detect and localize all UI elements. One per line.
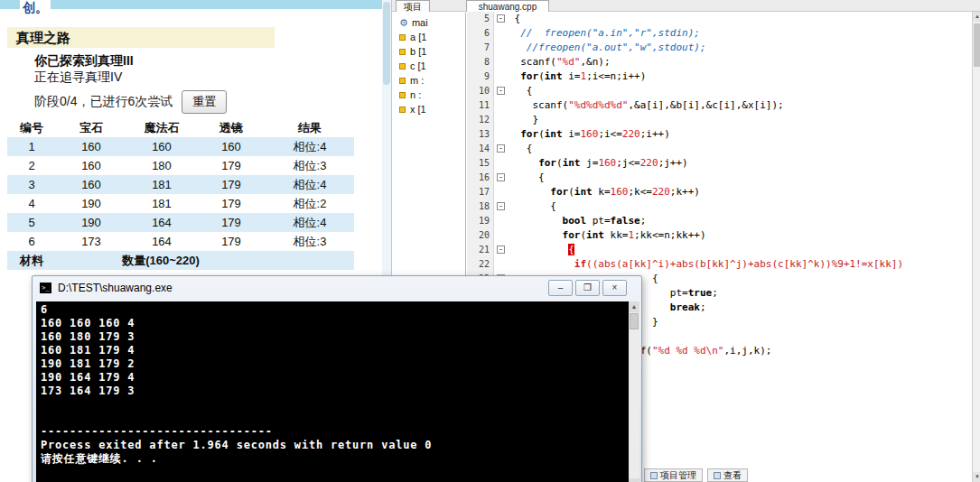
code-line: 5- {: [467, 12, 972, 26]
fold-marker-icon[interactable]: -: [497, 144, 505, 153]
code-line: 16- {: [467, 171, 972, 185]
scroll-down-icon[interactable]: ▼: [973, 472, 980, 482]
code-text: for(int j=160;j<=220;j++): [509, 156, 688, 171]
table-cell: 相位:3: [266, 232, 354, 251]
gear-icon: ⚙: [399, 18, 408, 28]
line-number: 6: [467, 26, 494, 41]
watch-item[interactable]: a [1: [392, 30, 465, 44]
panel-icon: [714, 472, 721, 479]
table-cell: 3: [7, 175, 56, 194]
code-text: for(int kk=1;kk<=n;kk++): [509, 228, 706, 243]
minimize-button[interactable]: –: [548, 280, 573, 296]
code-text: for(int k=160;k<=220;k++): [509, 185, 700, 199]
table-cell: 164: [126, 232, 197, 251]
table-cell: 160: [197, 137, 266, 156]
table-cell: 2: [7, 156, 56, 175]
code-text: {: [509, 142, 533, 156]
watch-item[interactable]: ⚙mai: [392, 15, 465, 30]
table-cell: 160: [56, 156, 126, 175]
bottom-tab-label: 查看: [723, 469, 742, 482]
table-cell: 5: [7, 213, 56, 232]
table-row: 2160180179相位:3: [7, 156, 354, 175]
fold-marker-icon[interactable]: -: [497, 87, 505, 95]
console-title: D:\TEST\shuawang.exe: [58, 282, 173, 294]
fold-marker-icon[interactable]: -: [497, 202, 505, 210]
code-text: bool pt=false;: [509, 214, 646, 228]
line-number: 7: [467, 41, 494, 55]
watch-item[interactable]: x [1: [392, 102, 465, 116]
scroll-up-icon[interactable]: ▲: [973, 12, 980, 22]
line-number: 13: [467, 127, 494, 142]
table-row: 1160160160相位:4: [7, 137, 354, 156]
editor-scrollbar-thumb[interactable]: [974, 23, 980, 67]
watch-item-label: b [1: [410, 46, 426, 57]
watch-item[interactable]: b [1: [392, 44, 465, 59]
code-text: // freopen("a.in","r",stdin);: [509, 26, 700, 41]
fold-marker-icon[interactable]: -: [497, 246, 505, 254]
result-table: 编号宝石魔法石透镜结果 1160160160相位:42160180179相位:3…: [7, 118, 354, 270]
code-text: {: [509, 243, 574, 257]
table-cell: 173: [56, 232, 126, 251]
stage-progress-text: 阶段0/4，已进行6次尝试: [34, 94, 173, 110]
restore-button[interactable]: ❐: [575, 280, 600, 296]
line-number: 8: [467, 55, 494, 70]
watch-item[interactable]: c [1: [392, 59, 465, 73]
code-line: 21- {: [467, 243, 972, 257]
watch-item[interactable]: m :: [392, 73, 465, 88]
table-cell: 160: [126, 137, 197, 156]
scroll-up-icon[interactable]: ▲: [629, 301, 639, 312]
table-cell: 179: [197, 194, 266, 213]
page-top-text: 创。: [20, 0, 51, 14]
truth-pursuing-text: 正在追寻真理IV: [34, 70, 122, 86]
table-cell: 181: [126, 175, 197, 194]
table-cell: 相位:4: [266, 175, 354, 194]
fold-marker-icon[interactable]: -: [497, 173, 505, 181]
watch-item-label: x [1: [410, 104, 426, 115]
reset-button[interactable]: 重置: [182, 90, 227, 114]
browser-scrollbar-thumb[interactable]: [383, 2, 390, 85]
screen: 创。 真理之路 你已探索到真理III 正在追寻真理IV 阶段0/4，已进行6次尝…: [0, 0, 980, 482]
page-title: 真理之路: [7, 27, 275, 48]
variable-icon: [399, 34, 406, 41]
watch-item-label: m :: [410, 75, 424, 86]
page-header-bar: [0, 0, 382, 9]
code-line: 15 for(int j=160;j<=220;j++): [467, 156, 972, 171]
console-scrollbar-thumb[interactable]: [630, 313, 639, 329]
console-window[interactable]: >_ D:\TEST\shuawang.exe – ❐ × 6 160 160 …: [32, 275, 642, 482]
code-text: {: [509, 12, 520, 26]
table-cell: [266, 251, 354, 270]
line-number: 19: [467, 214, 494, 228]
editor-scrollbar[interactable]: ▲ ▼: [972, 12, 980, 482]
console-scrollbar[interactable]: ▲ ▼: [629, 301, 639, 482]
table-cell: 181: [126, 194, 197, 213]
table-footer-row: 材料数量(160~220): [7, 251, 354, 270]
code-line: 12 }: [467, 113, 972, 127]
table-header-cell: 透镜: [197, 118, 266, 137]
variable-icon: [399, 63, 406, 70]
line-number: 14: [467, 142, 494, 156]
line-number: 17: [467, 185, 494, 199]
watch-item[interactable]: n :: [392, 88, 465, 102]
table-cell: 190: [56, 194, 126, 213]
table-header-cell: 结果: [266, 118, 354, 137]
table-cell: 相位:2: [266, 194, 354, 213]
material-header-cell: 材料: [7, 251, 56, 270]
fold-marker-icon[interactable]: -: [497, 14, 505, 23]
code-line: 14- {: [467, 142, 972, 156]
line-number: 11: [467, 98, 494, 113]
table-cell: 4: [7, 194, 56, 213]
bottom-tab[interactable]: 查看: [707, 468, 748, 482]
table-header-cell: 宝石: [56, 118, 126, 137]
line-number: 21: [467, 243, 494, 257]
tab-file-shuawang[interactable]: shuawang.cpp: [466, 0, 549, 12]
bottom-tab[interactable]: 项目管理: [644, 468, 703, 482]
table-row: 5190164179相位:4: [7, 213, 354, 232]
code-line: 10- {: [467, 84, 972, 98]
tab-project[interactable]: 项目: [396, 0, 430, 12]
code-text: }: [509, 113, 538, 127]
console-output-area: 6 160 160 160 4 160 180 179 3 160 181 17…: [36, 301, 639, 482]
table-cell: 190: [56, 213, 126, 232]
scroll-down-icon[interactable]: ▼: [629, 478, 639, 482]
table-cell: 164: [126, 213, 197, 232]
close-button[interactable]: ×: [602, 280, 627, 296]
